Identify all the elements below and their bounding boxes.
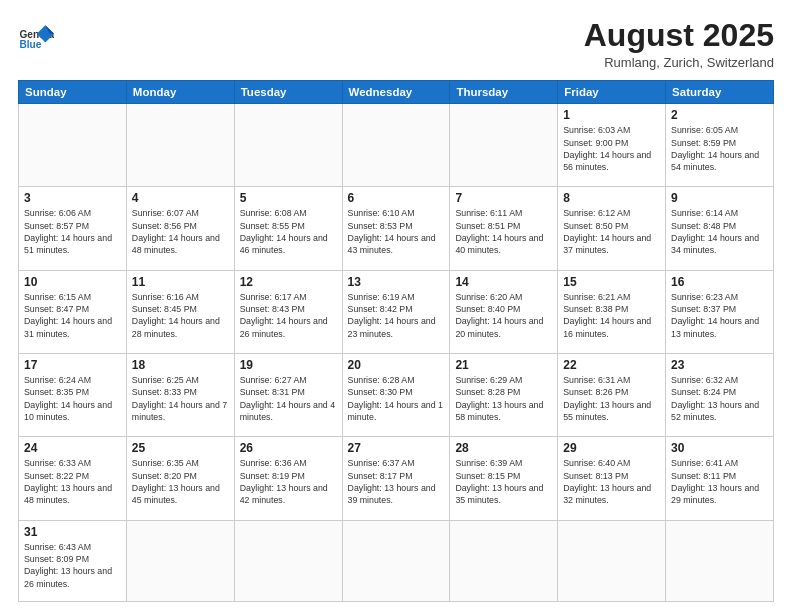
day-5: 5 Sunrise: 6:08 AMSunset: 8:55 PMDayligh…	[234, 187, 342, 270]
day-31: 31 Sunrise: 6:43 AMSunset: 8:09 PMDaylig…	[19, 520, 127, 601]
header-wednesday: Wednesday	[342, 81, 450, 104]
day-6: 6 Sunrise: 6:10 AMSunset: 8:53 PMDayligh…	[342, 187, 450, 270]
day-15: 15 Sunrise: 6:21 AMSunset: 8:38 PMDaylig…	[558, 270, 666, 353]
day-21: 21 Sunrise: 6:29 AMSunset: 8:28 PMDaylig…	[450, 354, 558, 437]
empty-cell	[558, 520, 666, 601]
week-row-3: 10 Sunrise: 6:15 AMSunset: 8:47 PMDaylig…	[19, 270, 774, 353]
day-23: 23 Sunrise: 6:32 AMSunset: 8:24 PMDaylig…	[666, 354, 774, 437]
day-4: 4 Sunrise: 6:07 AMSunset: 8:56 PMDayligh…	[126, 187, 234, 270]
title-block: August 2025 Rumlang, Zurich, Switzerland	[584, 18, 774, 70]
header: General Blue August 2025 Rumlang, Zurich…	[18, 18, 774, 70]
day-8: 8 Sunrise: 6:12 AMSunset: 8:50 PMDayligh…	[558, 187, 666, 270]
svg-text:Blue: Blue	[19, 39, 41, 50]
day-25: 25 Sunrise: 6:35 AMSunset: 8:20 PMDaylig…	[126, 437, 234, 520]
week-row-1: 1 Sunrise: 6:03 AMSunset: 9:00 PMDayligh…	[19, 104, 774, 187]
week-row-5: 24 Sunrise: 6:33 AMSunset: 8:22 PMDaylig…	[19, 437, 774, 520]
empty-cell	[342, 520, 450, 601]
logo: General Blue	[18, 18, 54, 54]
day-10: 10 Sunrise: 6:15 AMSunset: 8:47 PMDaylig…	[19, 270, 127, 353]
day-19: 19 Sunrise: 6:27 AMSunset: 8:31 PMDaylig…	[234, 354, 342, 437]
empty-cell	[450, 520, 558, 601]
day-7: 7 Sunrise: 6:11 AMSunset: 8:51 PMDayligh…	[450, 187, 558, 270]
week-row-2: 3 Sunrise: 6:06 AMSunset: 8:57 PMDayligh…	[19, 187, 774, 270]
day-14: 14 Sunrise: 6:20 AMSunset: 8:40 PMDaylig…	[450, 270, 558, 353]
day-2: 2 Sunrise: 6:05 AMSunset: 8:59 PMDayligh…	[666, 104, 774, 187]
day-24: 24 Sunrise: 6:33 AMSunset: 8:22 PMDaylig…	[19, 437, 127, 520]
empty-cell	[450, 104, 558, 187]
day-16: 16 Sunrise: 6:23 AMSunset: 8:37 PMDaylig…	[666, 270, 774, 353]
empty-cell	[126, 520, 234, 601]
calendar-table: Sunday Monday Tuesday Wednesday Thursday…	[18, 80, 774, 602]
month-year: August 2025	[584, 18, 774, 53]
day-29: 29 Sunrise: 6:40 AMSunset: 8:13 PMDaylig…	[558, 437, 666, 520]
week-row-6: 31 Sunrise: 6:43 AMSunset: 8:09 PMDaylig…	[19, 520, 774, 601]
empty-cell	[234, 520, 342, 601]
weekday-header-row: Sunday Monday Tuesday Wednesday Thursday…	[19, 81, 774, 104]
week-row-4: 17 Sunrise: 6:24 AMSunset: 8:35 PMDaylig…	[19, 354, 774, 437]
day-3: 3 Sunrise: 6:06 AMSunset: 8:57 PMDayligh…	[19, 187, 127, 270]
day-11: 11 Sunrise: 6:16 AMSunset: 8:45 PMDaylig…	[126, 270, 234, 353]
day-27: 27 Sunrise: 6:37 AMSunset: 8:17 PMDaylig…	[342, 437, 450, 520]
empty-cell	[126, 104, 234, 187]
day-13: 13 Sunrise: 6:19 AMSunset: 8:42 PMDaylig…	[342, 270, 450, 353]
location: Rumlang, Zurich, Switzerland	[584, 55, 774, 70]
generalblue-icon: General Blue	[18, 18, 54, 54]
empty-cell	[19, 104, 127, 187]
page: General Blue August 2025 Rumlang, Zurich…	[0, 0, 792, 612]
empty-cell	[234, 104, 342, 187]
day-22: 22 Sunrise: 6:31 AMSunset: 8:26 PMDaylig…	[558, 354, 666, 437]
day-20: 20 Sunrise: 6:28 AMSunset: 8:30 PMDaylig…	[342, 354, 450, 437]
header-friday: Friday	[558, 81, 666, 104]
header-thursday: Thursday	[450, 81, 558, 104]
day-12: 12 Sunrise: 6:17 AMSunset: 8:43 PMDaylig…	[234, 270, 342, 353]
header-monday: Monday	[126, 81, 234, 104]
day-26: 26 Sunrise: 6:36 AMSunset: 8:19 PMDaylig…	[234, 437, 342, 520]
day-9: 9 Sunrise: 6:14 AMSunset: 8:48 PMDayligh…	[666, 187, 774, 270]
header-sunday: Sunday	[19, 81, 127, 104]
day-30: 30 Sunrise: 6:41 AMSunset: 8:11 PMDaylig…	[666, 437, 774, 520]
header-saturday: Saturday	[666, 81, 774, 104]
day-1: 1 Sunrise: 6:03 AMSunset: 9:00 PMDayligh…	[558, 104, 666, 187]
day-28: 28 Sunrise: 6:39 AMSunset: 8:15 PMDaylig…	[450, 437, 558, 520]
empty-cell	[342, 104, 450, 187]
day-17: 17 Sunrise: 6:24 AMSunset: 8:35 PMDaylig…	[19, 354, 127, 437]
empty-cell	[666, 520, 774, 601]
header-tuesday: Tuesday	[234, 81, 342, 104]
day-18: 18 Sunrise: 6:25 AMSunset: 8:33 PMDaylig…	[126, 354, 234, 437]
